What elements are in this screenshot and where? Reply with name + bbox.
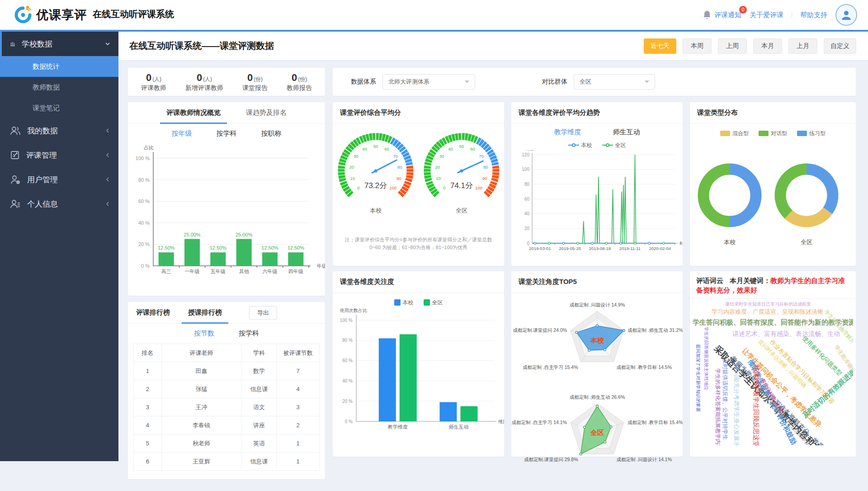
svg-text:50: 50 bbox=[373, 144, 378, 149]
svg-text:成都定制 .教学目标 14.5%: 成都定制 .教学目标 14.5% bbox=[616, 364, 672, 370]
gauge-note: 注：课堂评价综合平均分=参与评价的所有课堂得分之和／课堂总数 0~60 为较差；… bbox=[333, 236, 504, 251]
gauge-chart: 010203040506070809010073.2分本校01020304050… bbox=[333, 124, 504, 233]
svg-text:25.00%: 25.00% bbox=[184, 232, 201, 237]
svg-text:时间: 时间 bbox=[679, 241, 683, 246]
types-legend-1[interactable]: 对话型 bbox=[759, 130, 787, 137]
trend-tab-1[interactable]: 师生互动 bbox=[613, 128, 640, 137]
system-select[interactable]: 北师大评测体系 bbox=[382, 74, 475, 90]
svg-text:成都定制 .问题设计 14.9%: 成都定制 .问题设计 14.9% bbox=[570, 302, 625, 307]
table-cell: 秋老师 bbox=[161, 434, 241, 453]
ranking-subtab-1[interactable]: 按学科 bbox=[239, 329, 259, 338]
ranking-tab-1[interactable]: 授课排行榜 bbox=[188, 302, 222, 324]
table-cell: 语文 bbox=[241, 398, 277, 416]
wordcloud-word: 结课时带领学生回顾反思这堂课 bbox=[753, 365, 760, 445]
range-button-1[interactable]: 本周 bbox=[683, 38, 712, 54]
svg-text:12.50%: 12.50% bbox=[210, 245, 227, 250]
sidebar-item-1[interactable]: 评课管理 bbox=[0, 143, 118, 167]
group-select[interactable]: 全区 bbox=[574, 74, 655, 90]
radar-panel: 课堂关注角度TOP5 本校成都定制 .问题设计 14.9%成都定制 .师生互动 … bbox=[511, 271, 683, 457]
wordcloud: 课结束时学生知道自己学习目标的达成程度学习内容难度、广度适宜、呈现和陈述清晰学生… bbox=[693, 301, 853, 445]
range-button-2[interactable]: 上周 bbox=[718, 38, 747, 54]
export-button[interactable]: 导出 bbox=[249, 306, 277, 320]
notice-link[interactable]: 评课通知 0 bbox=[703, 10, 741, 20]
overview-tab-0[interactable]: 评课教师情况概览 bbox=[166, 102, 221, 124]
legend-label: 混合型 bbox=[732, 130, 749, 137]
help-link[interactable]: 帮助支持 bbox=[800, 11, 827, 19]
svg-text:四年级: 四年级 bbox=[288, 269, 303, 274]
user-avatar[interactable] bbox=[835, 4, 857, 26]
svg-text:12.50%: 12.50% bbox=[158, 245, 175, 250]
chevron-down-icon bbox=[645, 80, 649, 83]
svg-text:70: 70 bbox=[393, 154, 398, 159]
wordcloud-word: 提问能充分考虑学生身心发展水平 bbox=[733, 365, 740, 445]
table-row: 6王亚辉信息课1 bbox=[134, 453, 320, 471]
svg-text:成都定制 .问题设计 14.1%: 成都定制 .问题设计 14.1% bbox=[616, 457, 672, 462]
svg-text:全区: 全区 bbox=[456, 207, 467, 214]
sidebar-item-label: 学校数据 bbox=[22, 39, 105, 49]
types-legend-0[interactable]: 混合型 bbox=[720, 130, 749, 137]
svg-text:成都定制 .自主学习 14.1%: 成都定制 .自主学习 14.1% bbox=[512, 420, 567, 425]
trend-legend-0[interactable]: 本校 bbox=[568, 142, 592, 149]
sidebar-subitem-2[interactable]: 课堂笔记 bbox=[0, 98, 118, 118]
overview-subtab-0[interactable]: 按年级 bbox=[172, 129, 192, 138]
types-legend-2[interactable]: 练习型 bbox=[797, 130, 826, 137]
sidebar-item-3[interactable]: 个人信息 bbox=[0, 192, 118, 216]
svg-text:10: 10 bbox=[350, 176, 355, 181]
legend-label: 本校 bbox=[403, 299, 414, 307]
page-title: 在线互动听课系统——课堂评测数据 bbox=[129, 40, 274, 52]
trend-legend-1[interactable]: 全区 bbox=[602, 142, 626, 149]
sidebar-item-label: 评课管理 bbox=[26, 150, 105, 161]
svg-text:0: 0 bbox=[357, 185, 359, 190]
svg-text:师生互动: 师生互动 bbox=[448, 424, 468, 430]
class-types-title: 课堂类型分布 bbox=[697, 109, 738, 117]
focus-legend-0[interactable]: 本校 bbox=[394, 299, 414, 307]
svg-text:六年级: 六年级 bbox=[263, 269, 278, 274]
table-cell: 2 bbox=[134, 380, 162, 398]
legend-label: 全区 bbox=[615, 142, 626, 149]
svg-text:12.50%: 12.50% bbox=[288, 245, 305, 250]
svg-text:90: 90 bbox=[396, 176, 401, 181]
stat-item-3: 0(份)教师报告 bbox=[287, 72, 312, 92]
sidebar-subitem-0[interactable]: 数据统计 bbox=[0, 56, 118, 77]
wordcloud-word: 学生的多样化答案能拓展教学内容 bbox=[715, 368, 721, 445]
sidebar-subitem-1[interactable]: 教师数据 bbox=[0, 77, 118, 98]
sidebar-item-label: 个人信息 bbox=[27, 199, 105, 209]
about-link[interactable]: 关于爱评课 bbox=[750, 11, 783, 19]
table-row: 3王冲语文3 bbox=[134, 398, 320, 416]
svg-text:20: 20 bbox=[435, 165, 440, 170]
brand-logo[interactable]: 优课享评 bbox=[13, 5, 87, 25]
svg-text:0 %: 0 % bbox=[141, 263, 150, 269]
system-name: 在线互动听评课系统 bbox=[93, 8, 174, 20]
ranking-col-header: 被评课节数 bbox=[277, 344, 320, 362]
ranking-tab-0[interactable]: 评课排行榜 bbox=[136, 302, 170, 324]
table-cell: 英语 bbox=[241, 434, 277, 453]
overview-tab-1[interactable]: 课趋势及排名 bbox=[246, 102, 287, 124]
range-button-4[interactable]: 上月 bbox=[788, 38, 817, 54]
group-select-value: 全区 bbox=[580, 78, 591, 86]
ranking-col-header: 评课老师 bbox=[161, 344, 241, 362]
svg-text:80: 80 bbox=[483, 165, 488, 170]
svg-text:100: 100 bbox=[389, 185, 396, 190]
overview-subtab-2[interactable]: 按职称 bbox=[261, 129, 282, 138]
focus-legend-1[interactable]: 全区 bbox=[424, 299, 443, 307]
radar-panel-title: 课堂关注角度TOP5 bbox=[519, 278, 577, 286]
svg-text:成都定制 .师生互动 26.6%: 成都定制 .师生互动 26.6% bbox=[570, 394, 625, 400]
avatar-person-icon bbox=[840, 9, 852, 21]
sidebar-item-0[interactable]: 我的数据 bbox=[0, 118, 118, 143]
stat-label: 课堂报告 bbox=[242, 84, 268, 92]
overview-subtab-1[interactable]: 按学科 bbox=[217, 129, 237, 138]
table-row: 4李春锐讲座2 bbox=[134, 416, 320, 434]
range-button-5[interactable]: 自定义 bbox=[824, 38, 856, 54]
stat-label: 新增评课教师 bbox=[185, 84, 223, 92]
system-filter-label: 数据体系 bbox=[351, 78, 376, 86]
stat-value: 0(人) bbox=[185, 72, 223, 84]
trend-tab-0[interactable]: 教学维度 bbox=[554, 128, 581, 137]
svg-text:成都定制 .教学目标 15.4%: 成都定制 .教学目标 15.4% bbox=[627, 420, 683, 425]
range-button-3[interactable]: 本月 bbox=[753, 38, 782, 54]
stat-label: 教师报告 bbox=[287, 84, 312, 92]
range-button-0[interactable]: 近七天 bbox=[644, 38, 676, 54]
sidebar-item-school-data[interactable]: 学校数据 bbox=[0, 32, 118, 56]
sidebar-item-2[interactable]: 用户管理 bbox=[0, 167, 118, 192]
svg-text:成都定制 .师生互动 31.2%: 成都定制 .师生互动 31.2% bbox=[627, 327, 683, 333]
ranking-subtab-0[interactable]: 按节数 bbox=[194, 329, 214, 338]
